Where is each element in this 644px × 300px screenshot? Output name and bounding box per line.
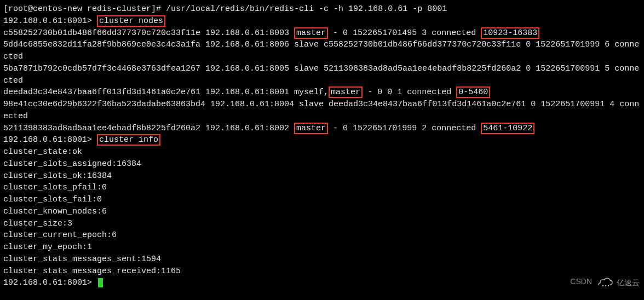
terminal-cursor: [98, 278, 103, 287]
cloud-icon: [598, 278, 613, 287]
node-role-master: master: [329, 86, 363, 98]
node-id-host: 5211398383ad8ad5aa1ee4ebadf8b8225fd260a2…: [3, 124, 294, 133]
redis-prompt: 192.168.0.61:8001>: [3, 16, 97, 26]
cluster-info-line: cluster_slots_ok:16384: [3, 170, 641, 182]
cmd-cluster-info: cluster info: [97, 134, 160, 146]
node-tail: - 0 0 1 connected: [363, 88, 456, 97]
svg-point-0: [602, 285, 603, 286]
shell-prompt-line: [root@centos-new redis-cluster]# /usr/lo…: [3, 3, 641, 15]
redis-prompt-line-2: 192.168.0.61:8001> cluster info: [3, 134, 641, 146]
redis-prompt-line-3[interactable]: 192.168.0.61:8001>: [3, 277, 641, 289]
node-id-host: c558252730b01db486f66dd377370c720c33f11e…: [3, 28, 294, 38]
node-slots: 10923-16383: [481, 27, 539, 39]
watermark-csdn: CSDN: [570, 276, 592, 287]
node-role-master: master: [294, 27, 328, 39]
node-tail: - 0 1522651701495 3 connected: [328, 28, 481, 38]
cluster-info-line: cluster_slots_assigned:16384: [3, 158, 641, 170]
node-line-8004: 98e41cc30e6d29b6322f36ba523dadabe63863bd…: [3, 99, 641, 123]
redis-prompt-line-1: 192.168.0.61:8001> cluster nodes: [3, 15, 641, 27]
cluster-info-line: cluster_slots_pfail:0: [3, 182, 641, 194]
svg-point-1: [605, 285, 606, 286]
cmd-cluster-nodes: cluster nodes: [97, 15, 165, 27]
redis-prompt: 192.168.0.61:8001>: [3, 278, 97, 287]
cluster-info-line: cluster_my_epoch:1: [3, 241, 641, 253]
redis-prompt: 192.168.0.61:8001>: [3, 135, 97, 145]
node-line-8003: c558252730b01db486f66dd377370c720c33f11e…: [3, 27, 641, 39]
node-slots: 5461-10922: [481, 123, 534, 134]
watermark-text: 亿速云: [617, 277, 640, 288]
watermark-yisu: 亿速云: [598, 277, 640, 288]
cluster-info-line: cluster_known_nodes:6: [3, 206, 641, 218]
cluster-info-line: cluster_stats_messages_received:1165: [3, 266, 641, 278]
node-line-8001: deedad3c34e8437baa6ff013fd3d1461a0c2e761…: [3, 86, 641, 99]
node-line-8005: 5ba7871b792c0cdb57d7f3c4468e3763dfea1267…: [3, 63, 641, 87]
node-role-master: master: [294, 123, 328, 134]
cluster-info-line: cluster_state:ok: [3, 146, 641, 158]
cluster-info-line: cluster_current_epoch:6: [3, 229, 641, 241]
svg-point-2: [608, 285, 609, 286]
shell-command: /usr/local/redis/bin/redis-cli -c -h 192…: [166, 4, 447, 14]
node-line-8006: 5dd4c6855e832d11fa28f9bb869ce0e3c4c3a1fa…: [3, 39, 641, 63]
node-id-host: deedad3c34e8437baa6ff013fd3d1461a0c2e761…: [3, 88, 329, 97]
cluster-info-line: cluster_size:3: [3, 218, 641, 230]
cluster-info-line: cluster_slots_fail:0: [3, 194, 641, 206]
cluster-info-line: cluster_stats_messages_sent:1594: [3, 253, 641, 266]
shell-prompt: [root@centos-new redis-cluster]#: [3, 4, 166, 14]
node-line-8002: 5211398383ad8ad5aa1ee4ebadf8b8225fd260a2…: [3, 123, 641, 135]
node-tail: - 0 1522651701999 2 connected: [328, 124, 481, 133]
node-slots: 0-5460: [456, 86, 490, 98]
